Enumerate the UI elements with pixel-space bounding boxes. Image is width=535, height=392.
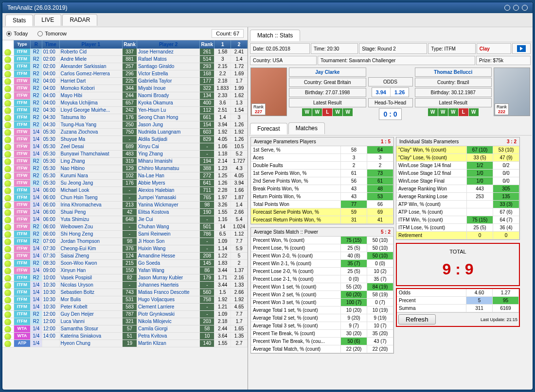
table-row[interactable]: ITFW R2 05:30 Su Jeong Jang 176 Abbie My… [2,180,248,187]
table-row[interactable]: ITFM R2 04:30 Lloyd George Muirhe... 242… [2,107,248,114]
table-row[interactable]: ITFW 1/4 07:30 Saisai Zheng 124 Amandine… [2,253,248,260]
match-count: Count: 67 [212,29,244,38]
table-row[interactable]: ITFM R2 12:00 Luca Vanni 321 Nikola Milo… [2,318,248,325]
table-row[interactable]: ITFM 1/4 10:30 Mor Bulis 531 Hugo Voljac… [2,296,248,304]
player1-name: Jay Clarke [289,68,366,77]
table-row[interactable]: ITFM R2 06:00 Shi Hong Zeng - Sami Reinw… [2,231,248,238]
day-selector: Today Tomorow Count: 67 [2,27,248,40]
close-icon[interactable] [522,5,528,11]
table-row[interactable]: ITFM R2 02:00 Andre Miele 881 Rafael Mat… [2,56,248,63]
table-row[interactable]: ITFM R2 04:00 Moyuka Uchijima 657 Kyoka … [2,100,248,107]
maximize-icon[interactable] [513,5,519,11]
main-tabs: Stats LIVE RADAR [2,13,533,27]
avg-stats-table: Average Stats Match :: Power5 : 2 Precen… [250,227,394,354]
refresh-button[interactable]: Refresh [398,314,436,324]
table-row[interactable]: ITFW 1/4 05:30 Zeel Desai 689 Xinyu Cai … [2,143,248,151]
tab-forecast[interactable]: Forecast [250,123,287,135]
table-row[interactable]: ATP 1/4 Hyeon Chung 19 Martin Klizan 140… [2,340,248,347]
table-row[interactable]: ITFM 1/4 10:30 Sebastien Boltz 743 Matia… [2,289,248,296]
table-row[interactable]: ITFM R2 04:30 Tsung-Hua Yang 250 Jason J… [2,121,248,129]
player1-photo: Rank227 [250,68,287,116]
odds-values: 3.941.26 [372,87,410,97]
table-row[interactable]: ITFM R2 04:00 Carlos Gomez-Herrera 296 V… [2,70,248,78]
player1-results: WWLWW [289,108,366,116]
titlebar: TenAnaliz (26.03.2019) [2,2,533,13]
table-row[interactable]: ITFM 1/4 10:30 Peter Kobelt 583 Clement … [2,304,248,311]
tab-live[interactable]: LIVE [34,14,61,26]
table-row[interactable]: ITFM R2 12:00 Guy Den Heijer 787 Piotr G… [2,311,248,318]
play-icon[interactable] [517,45,526,52]
tab-matches[interactable]: Matches [288,122,325,134]
table-row[interactable]: ITFM R2 08:30 Soon-Woo Kwon 215 Go Soeda… [2,260,248,267]
player2-name: Thomaz Bellucci [415,68,492,77]
table-row[interactable]: ITFM R2 04:30 Tatsuma Ito 176 Seong Chan… [2,114,248,121]
table-row[interactable]: ITFM 1/4 06:00 Michael Look - Alexios Ha… [2,187,248,194]
tab-match-stats[interactable]: Match :: Stats [250,30,300,41]
table-row[interactable]: ITFW R2 04:00 Harriet Dart 225 Gabriella… [2,78,248,85]
player2-photo: Rank222 [494,68,530,116]
table-row[interactable]: ITFM 1/4 06:00 Chun Hsin Tseng - Jumpei … [2,194,248,202]
table-row[interactable]: ITFW R2 05:30 Ling Zhang 319 Miharu Iman… [2,158,248,165]
tab-stats[interactable]: Stats [5,15,33,26]
final-table: Odds4.601.27Precent595Summa3116169 Refre… [396,288,520,327]
table-row[interactable]: ITFW 1/4 05:30 Zuzana Zlochova 750 Nudni… [2,129,248,136]
tab-radar[interactable]: RADAR [62,14,97,26]
table-row[interactable]: ITFM 1/4 10:30 Nicolas Uryson - Johannes… [2,282,248,289]
table-row[interactable]: WTA 1/4 14:00 Katerina Siniakova 51 Petr… [2,333,248,340]
table-row[interactable]: ITFM R2 02:00 Alexander Sarkissian 257 S… [2,63,248,70]
radio-tomorrow[interactable]: Tomorow [37,31,67,37]
player2-results: WWWLW [415,108,492,116]
match-info-2: Country: USA Tournament: Savannah Challe… [249,55,532,66]
table-row[interactable]: ITFM R2 01:00 Roberto Cid 337 Jose Herna… [2,49,248,56]
table-row[interactable]: ITFW 1/4 07:30 Cheong-Eui Kim 376 Huixin… [2,245,248,253]
table-row[interactable]: ITFW R2 05:30 Nao Hibino 129 Chihiro Mur… [2,165,248,172]
table-row[interactable]: ITFW 1/4 09:00 Xinyun Han 150 Yafan Wang… [2,267,248,274]
table-row[interactable]: ITFW R2 04:00 Mayo Hibi 244 Naomi Broady… [2,92,248,100]
table-row[interactable]: ITFM R2 07:00 Jordan Thompson 98 Ji Hoon… [2,238,248,245]
match-info-1: Date: 02.05.2018 Time: 20:30 Stage: Roun… [249,42,532,55]
radio-today[interactable]: Today [6,31,28,37]
ind-stats-table: Individual Stats Parameters3 : 2 "Clay" … [396,137,520,240]
table-row[interactable]: ITFW 1/4 05:30 Shuyue Ma - Aldila Sutjia… [2,136,248,143]
table-row[interactable]: WTA 1/4 12:00 Samantha Stosur 57 Camila … [2,325,248,333]
table-row[interactable]: ITFW R2 05:30 Kurumi Nara 102 Na-Lae Han… [2,172,248,180]
minimize-icon[interactable] [504,5,510,11]
window-title: TenAnaliz (26.03.2019) [7,4,67,11]
grid-header: Type R Time Player 1 Rank Player 2 Rank … [2,40,248,49]
match-list[interactable]: ITFM R2 01:00 Roberto Cid 337 Jose Herna… [2,49,248,391]
table-row[interactable]: ITFW 1/4 06:00 Irina Khromacheva 213 Yan… [2,202,248,209]
h2h-score: 0 : 0 [379,108,401,120]
table-row[interactable]: ITFM R2 10:00 Vasek Pospisil 82 Jason Mu… [2,274,248,282]
table-row[interactable]: ITFW 1/4 05:30 Bunyawi Thamchaiwat 483 Y… [2,151,248,158]
table-row[interactable]: ITFW 1/4 06:00 Shuai Peng 42 Elitsa Kost… [2,209,248,216]
table-row[interactable]: ITFW R2 04:00 Momoko Kobori 344 Miyabi I… [2,85,248,92]
table-row[interactable]: ITFW 1/4 06:00 Yuta Shimizu 648 Jie Cui … [2,216,248,223]
table-row[interactable]: ITFW R2 06:00 Weibowen Zou - Chuhan Wang… [2,223,248,231]
total-box: TOTAL 9 : 9 [396,243,520,286]
avg-params-table: Average Parameters Players1 : 5 1st Serv… [250,137,394,224]
